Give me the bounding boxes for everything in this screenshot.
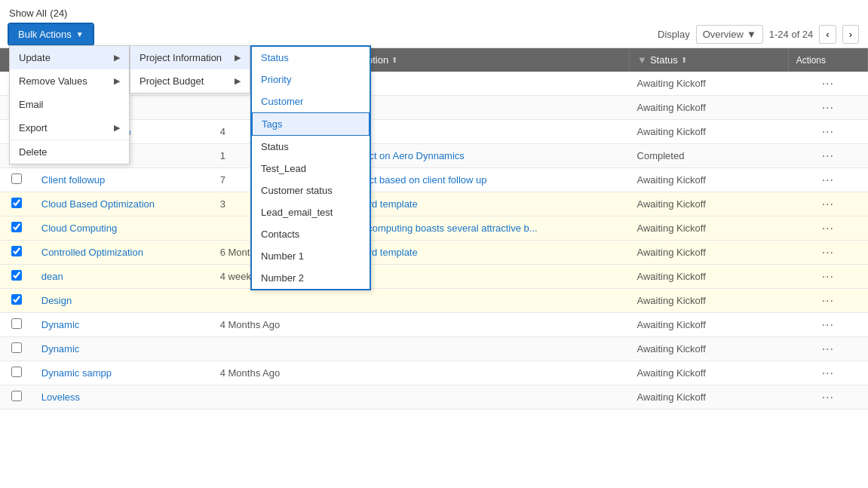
row-checkbox[interactable] xyxy=(11,391,22,401)
row-checkbox-cell xyxy=(0,265,34,289)
bulk-menu-item-email[interactable]: Email xyxy=(10,93,129,116)
row-name-link[interactable]: Design xyxy=(41,295,72,306)
row-status: Awaiting Kickoff xyxy=(630,337,789,361)
row-checkbox[interactable] xyxy=(11,198,22,208)
overview-label: Overview xyxy=(703,29,744,40)
proj-menu-status1[interactable]: Status xyxy=(252,47,370,69)
row-description xyxy=(332,265,630,289)
row-name-link[interactable]: Loveless xyxy=(41,391,80,403)
row-name-link[interactable]: dean xyxy=(41,271,63,282)
bulk-menu-item-delete[interactable]: Delete xyxy=(10,140,129,164)
project-budget-arrow-icon: ▶ xyxy=(235,76,241,86)
row-checkbox[interactable] xyxy=(11,367,22,377)
row-description xyxy=(332,72,630,96)
proj-menu-tags[interactable]: Tags xyxy=(252,112,370,136)
proj-menu-priority[interactable]: Priority xyxy=(252,69,370,91)
table-row: DynamicAwaiting Kickoff··· xyxy=(0,337,868,361)
row-actions-button[interactable]: ··· xyxy=(822,342,834,355)
row-name-link[interactable]: Dynamic xyxy=(41,343,80,354)
row-status: Awaiting Kickoff xyxy=(630,120,789,144)
lead-email-test-label: Lead_email_test xyxy=(261,207,333,218)
table-row: Aero Dynamics Tech4Awaiting Kickoff··· xyxy=(0,120,868,144)
row-actions-button[interactable]: ··· xyxy=(822,270,834,283)
description-sort-icon[interactable]: ⬆ xyxy=(391,56,397,64)
row-name-link[interactable]: Dynamic xyxy=(41,319,80,330)
proj-menu-number1[interactable]: Number 1 xyxy=(252,245,370,267)
row-checkbox[interactable] xyxy=(11,222,22,232)
row-description xyxy=(332,120,630,144)
row-actions-button[interactable]: ··· xyxy=(822,173,834,186)
row-description xyxy=(332,337,630,361)
row-actions-button[interactable]: ··· xyxy=(822,77,834,90)
row-actions-button[interactable]: ··· xyxy=(822,198,834,210)
row-status: Awaiting Kickoff xyxy=(630,216,789,241)
export-arrow-icon: ▶ xyxy=(114,123,120,133)
row-name-link[interactable]: Client followup xyxy=(41,174,106,186)
row-actions-button[interactable]: ··· xyxy=(822,294,834,307)
proj-menu-customer[interactable]: Customer xyxy=(252,91,370,112)
bulk-actions-button[interactable]: Bulk Actions ▼ xyxy=(9,24,93,45)
table-row: LovelessAwaiting Kickoff··· xyxy=(0,385,868,410)
proj-menu-test-lead[interactable]: Test_Lead xyxy=(252,158,370,180)
proj-menu-contacts[interactable]: Contacts xyxy=(252,223,370,245)
proj-menu-number2[interactable]: Number 2 xyxy=(252,267,370,289)
row-checkbox[interactable] xyxy=(11,294,22,305)
project-info-submenu: Status Priority Customer Tags Status Tes… xyxy=(250,45,371,290)
tags-label: Tags xyxy=(262,118,282,130)
prev-page-button[interactable]: ‹ xyxy=(819,25,836,44)
overview-select[interactable]: Overview ▼ xyxy=(696,25,763,44)
update-label: Update xyxy=(19,52,51,63)
bulk-menu-item-remove[interactable]: Remove Values ▶ xyxy=(10,69,129,93)
row-description xyxy=(332,289,630,313)
status-sort-icon[interactable]: ⬆ xyxy=(681,56,687,64)
row-description: Cloud computing boasts several attractiv… xyxy=(332,216,630,241)
next-page-button[interactable]: › xyxy=(842,25,859,44)
col-header-status: ▼ Status ⬆ xyxy=(630,48,789,72)
proj-menu-lead-email-test[interactable]: Lead_email_test xyxy=(252,201,370,223)
row-checkbox[interactable] xyxy=(11,342,22,353)
row-actions-cell: ··· xyxy=(788,265,867,289)
table-wrapper: Description ⬆ ▼ Status ⬆ Actions xyxy=(0,48,868,480)
row-actions-button[interactable]: ··· xyxy=(822,246,834,259)
row-actions-cell: ··· xyxy=(788,72,867,96)
status1-label: Status xyxy=(261,52,289,63)
title-text: Show All xyxy=(9,8,47,19)
row-checkbox[interactable] xyxy=(11,173,22,184)
row-actions-cell: ··· xyxy=(788,337,867,361)
sub-menu-project-information[interactable]: Project Information ▶ xyxy=(130,46,250,69)
row-actions-button[interactable]: ··· xyxy=(822,149,834,162)
row-actions-cell: ··· xyxy=(788,289,867,313)
row-description xyxy=(332,313,630,337)
bulk-menu-item-update[interactable]: Update ▶ xyxy=(10,46,129,69)
table-row: dean4 weeksAwaiting Kickoff··· xyxy=(0,265,868,289)
row-name: Dynamic sampp xyxy=(34,361,213,385)
row-actions-button[interactable]: ··· xyxy=(822,391,834,404)
row-actions-button[interactable]: ··· xyxy=(822,318,834,331)
row-name: Controlled Optimization xyxy=(34,241,213,265)
table-row: Client followup7a project based on clien… xyxy=(0,168,868,192)
row-actions-button[interactable]: ··· xyxy=(822,222,834,235)
row-checkbox-cell xyxy=(0,192,34,216)
row-actions-button[interactable]: ··· xyxy=(822,367,834,379)
row-date xyxy=(213,385,332,410)
proj-menu-customer-status[interactable]: Customer status xyxy=(252,180,370,201)
row-actions-button[interactable]: ··· xyxy=(822,125,834,138)
row-checkbox[interactable] xyxy=(11,270,22,281)
bulk-menu: Update ▶ Remove Values ▶ Email Export ▶ … xyxy=(9,45,130,164)
row-name-link[interactable]: Cloud Based Optimization xyxy=(41,198,155,210)
row-checkbox-cell xyxy=(0,385,34,410)
bulk-menu-item-export[interactable]: Export ▶ xyxy=(10,116,129,140)
proj-menu-status2[interactable]: Status xyxy=(252,136,370,158)
row-name-link[interactable]: Dynamic sampp xyxy=(41,367,112,379)
row-name-link[interactable]: Controlled Optimization xyxy=(41,247,143,258)
row-actions-button[interactable]: ··· xyxy=(822,101,834,114)
table-row: Dynamic4 Months AgoAwaiting Kickoff··· xyxy=(0,313,868,337)
sub-menu-project-budget[interactable]: Project Budget ▶ xyxy=(130,69,250,93)
row-checkbox[interactable] xyxy=(11,318,22,329)
row-name-link[interactable]: Cloud Computing xyxy=(41,223,117,234)
project-info-arrow-icon: ▶ xyxy=(235,53,241,63)
overview-chevron-icon: ▼ xyxy=(747,29,756,40)
filter-icon[interactable]: ▼ xyxy=(637,54,647,66)
row-checkbox[interactable] xyxy=(11,246,22,256)
table-row: Cloud Based Optimization3standard templa… xyxy=(0,192,868,216)
